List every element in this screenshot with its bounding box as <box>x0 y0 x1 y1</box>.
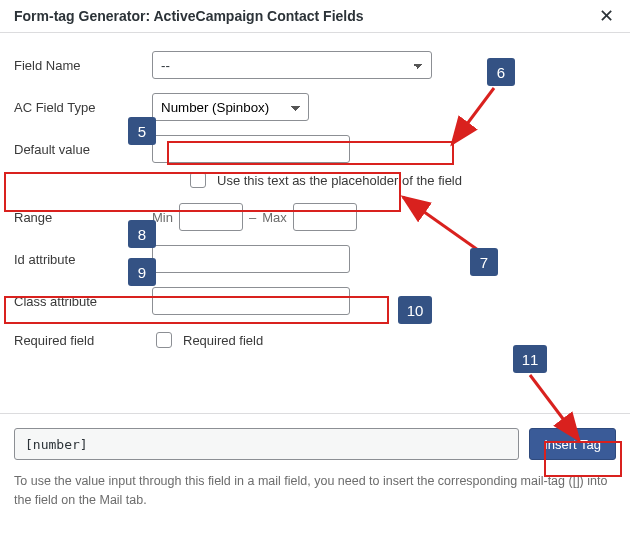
field-name-select[interactable]: -- <box>152 51 432 79</box>
footer-hint: To use the value input through this fiel… <box>14 472 616 510</box>
label-class-attribute: Class attribute <box>14 294 152 309</box>
dialog-header: Form-tag Generator: ActiveCampaign Conta… <box>0 0 630 33</box>
label-required-field: Required field <box>14 333 152 348</box>
row-placeholder-checkbox: Use this text as the placeholder of the … <box>186 169 616 191</box>
row-id-attribute: Id attribute <box>14 245 616 273</box>
label-field-name: Field Name <box>14 58 152 73</box>
badge-8: 8 <box>128 220 156 248</box>
badge-11: 11 <box>513 345 547 373</box>
badge-7: 7 <box>470 248 498 276</box>
row-field-name: Field Name -- <box>14 51 616 79</box>
badge-10: 10 <box>398 296 432 324</box>
range-min-input[interactable] <box>179 203 243 231</box>
range-dash: – <box>249 210 256 225</box>
required-checkbox[interactable] <box>156 332 172 348</box>
default-value-input[interactable] <box>152 135 350 163</box>
class-attribute-input[interactable] <box>152 287 350 315</box>
row-range: Range Min – Max <box>14 203 616 231</box>
placeholder-checkbox-label: Use this text as the placeholder of the … <box>217 173 462 188</box>
placeholder-checkbox[interactable] <box>190 172 206 188</box>
label-ac-field-type: AC Field Type <box>14 100 152 115</box>
required-checkbox-label: Required field <box>183 333 263 348</box>
row-default-value: Default value <box>14 135 616 163</box>
insert-tag-button[interactable]: Insert Tag <box>529 428 616 460</box>
id-attribute-input[interactable] <box>152 245 350 273</box>
badge-9: 9 <box>128 258 156 286</box>
generated-tag-input[interactable] <box>14 428 519 460</box>
close-icon[interactable]: ✕ <box>595 7 618 25</box>
max-label: Max <box>262 210 287 225</box>
row-ac-field-type: AC Field Type Number (Spinbox) <box>14 93 616 121</box>
badge-5: 5 <box>128 117 156 145</box>
dialog-title: Form-tag Generator: ActiveCampaign Conta… <box>14 8 364 24</box>
ac-field-type-select[interactable]: Number (Spinbox) <box>152 93 309 121</box>
row-class-attribute: Class attribute <box>14 287 616 315</box>
tag-row: Insert Tag <box>14 428 616 460</box>
badge-6: 6 <box>487 58 515 86</box>
range-max-input[interactable] <box>293 203 357 231</box>
form-tag-generator-dialog: Form-tag Generator: ActiveCampaign Conta… <box>0 0 630 528</box>
dialog-footer: Insert Tag To use the value input throug… <box>0 413 630 528</box>
